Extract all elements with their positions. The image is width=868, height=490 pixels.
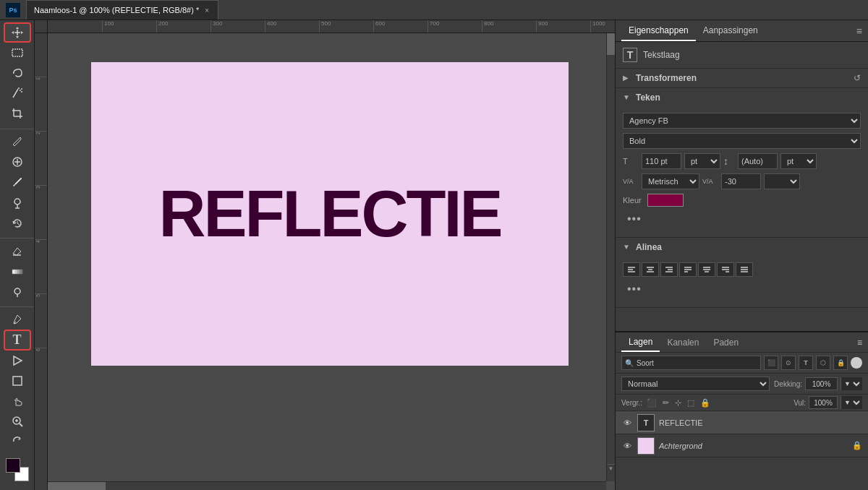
document-tab[interactable]: Naamloos-1 @ 100% (REFLECTIE, RGB/8#) * … [26,0,218,20]
move-tool[interactable] [4,23,30,42]
align-justify-center-button[interactable] [698,262,715,277]
font-size-input[interactable] [642,153,681,169]
transformeren-reset[interactable]: ↺ [854,73,861,83]
transformeren-section: ▶ Transformeren ↺ [616,69,868,88]
eyedropper-tool[interactable] [4,132,30,151]
layer-visibility-achtergrond[interactable]: 👁 [621,440,633,452]
align-right-button[interactable] [660,262,678,277]
lock-all-button[interactable]: 🔒 [699,397,712,409]
align-left-button[interactable] [623,262,640,277]
lasso-tool[interactable] [4,64,30,82]
tab-eigenschappen[interactable]: Eigenschappen [621,20,696,41]
select-rect-tool[interactable] [4,43,30,62]
document-canvas[interactable]: REFLECTIE [91,62,569,366]
brush-tool[interactable] [4,173,30,192]
lock-artboard-button[interactable]: ⬚ [686,397,696,409]
tracking-icon: V/A [702,178,718,185]
transformeren-header[interactable]: ▶ Transformeren ↺ [616,69,868,87]
alinea-more-button[interactable]: ••• [623,281,646,297]
tracking-input[interactable] [721,173,761,189]
font-style-select[interactable]: Bold [623,133,861,149]
eraser-tool[interactable] [4,241,30,260]
kerning-method-select[interactable]: Metrisch [642,173,699,189]
blend-mode-select[interactable]: Normaal [621,377,770,391]
layer-name-achtergrond: Achtergrond [659,442,848,450]
scroll-down-btn[interactable]: ▼ [607,464,615,473]
tab-paden[interactable]: Paden [706,332,746,352]
teken-more-button[interactable]: ••• [623,211,646,227]
hand-tool[interactable] [4,392,30,411]
layer-filter-smart[interactable]: 🔒 [833,356,848,370]
scrollbar-thumb-h[interactable] [48,482,106,490]
layer-filter-adjustment[interactable]: ⊙ [781,356,796,370]
kleur-label: Kleur [623,196,644,205]
layers-panel-menu[interactable]: ≡ [857,338,862,348]
zoom-icon [11,415,24,428]
tab-aanpassingen[interactable]: Aanpassingen [696,20,765,41]
gradient-tool[interactable] [4,262,30,280]
color-swatches[interactable] [6,458,29,481]
align-center-button[interactable] [642,262,659,277]
rotate-tool[interactable] [4,432,30,451]
teken-content: Agency FB Bold T document.querySelector(… [616,107,868,237]
pen-tool[interactable] [4,310,30,329]
history-icon [11,217,24,230]
layer-filter-shape[interactable]: ⬡ [816,356,830,370]
layer-visibility-reflectie[interactable]: 👁 [621,417,633,429]
clone-tool[interactable] [4,194,30,212]
layer-item-achtergrond[interactable]: 👁 Achtergrond 🔒 [616,434,868,457]
text-tool[interactable]: T [4,330,30,349]
svg-point-5 [18,87,20,89]
vertical-scrollbar[interactable]: ▼ [606,33,615,481]
tab-close-button[interactable]: × [203,7,210,14]
tab-title: Naamloos-1 @ 100% (REFLECTIE, RGB/8#) * [34,6,199,14]
lock-pixels-button[interactable]: ⬛ [645,397,658,409]
layer-search-input[interactable] [637,359,673,367]
foreground-color[interactable] [6,458,20,473]
tab-bar: Naamloos-1 @ 100% (REFLECTIE, RGB/8#) * … [26,0,218,20]
opacity-input[interactable] [805,377,838,390]
leading-input[interactable] [738,153,778,169]
ruler-tick: 1000 [590,20,605,33]
align-justify-full-button[interactable] [736,262,753,277]
font-size-unit-select[interactable]: pt [684,153,720,169]
history-tool[interactable] [4,214,30,233]
magic-wand-tool[interactable] [4,84,30,103]
shape-tool[interactable] [4,371,30,390]
eraser-icon [11,244,24,257]
layer-item-reflectie[interactable]: 👁 T REFLECTIE [616,411,868,434]
dodge-tool[interactable] [4,283,30,301]
zoom-tool[interactable] [4,412,30,431]
scrollbar-thumb-v[interactable] [607,33,615,55]
layer-filter-pixel[interactable]: ⬛ [764,356,778,370]
canvas-scroll-area[interactable]: REFLECTIE ▼ [48,33,615,490]
fill-input[interactable] [809,396,838,409]
tab-lagen[interactable]: Lagen [621,332,660,352]
layer-search[interactable]: 🔍 [621,356,761,370]
layer-filter-text[interactable]: T [799,356,813,370]
ruler-tick: 200 [156,20,168,33]
lock-position-button[interactable]: ⊹ [673,397,683,409]
alinea-header[interactable]: ▼ Alinea [616,238,868,257]
color-swatch[interactable] [647,194,684,207]
teken-header[interactable]: ▼ Teken [616,88,868,107]
tracking-unit-select[interactable] [764,173,800,189]
layer-thumb-achtergrond [637,437,655,455]
kerning-va-icon: V/A [623,178,639,185]
pen-icon [11,313,24,326]
lock-paint-button[interactable]: ✏ [661,397,671,409]
horizontal-scrollbar[interactable] [48,481,606,490]
align-justify-left-button[interactable] [679,262,697,277]
panel-collapse-button[interactable]: ≡ [856,25,862,37]
fill-dropdown[interactable]: ▼ [841,396,862,409]
layer-filter-toggle[interactable] [851,357,862,369]
crop-tool[interactable] [4,104,30,123]
leading-unit-select[interactable]: pt [780,153,817,169]
tab-kanalen[interactable]: Kanalen [660,332,706,352]
align-justify-right-button[interactable] [717,262,734,277]
opacity-dropdown[interactable]: ▼ [841,377,862,390]
healing-tool[interactable] [4,152,30,171]
font-family-select[interactable]: Agency FB [623,113,861,129]
layers-panel: Lagen Kanalen Paden ≡ 🔍 ⬛ ⊙ T ⬡ [616,331,868,490]
path-select-tool[interactable] [4,351,30,370]
